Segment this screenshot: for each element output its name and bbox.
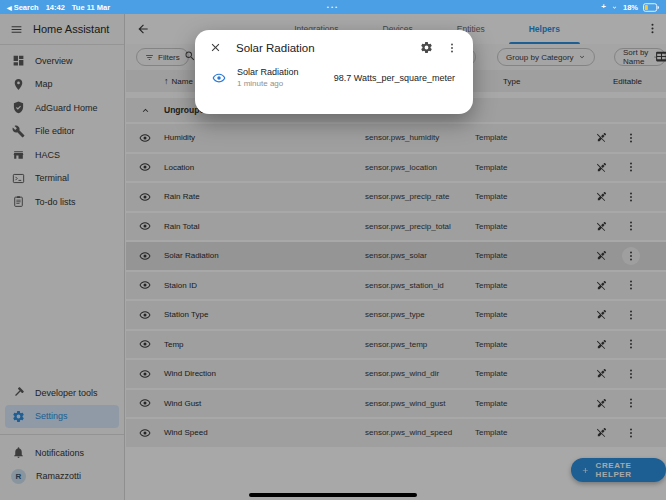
dialog-entity-name: Solar Radiation — [237, 67, 299, 77]
dialog-last-changed: 1 minute ago — [237, 79, 299, 88]
status-dots: ••• — [0, 4, 666, 10]
dialog-entity-state: 98.7 Watts_per_square_meter — [334, 73, 455, 83]
dialog-entity-row[interactable]: Solar Radiation 1 minute ago 98.7 Watts_… — [195, 54, 473, 88]
gear-icon[interactable] — [420, 41, 433, 54]
screen: ◀ Search 14:42 Tue 11 Mar ••• + 18% Home… — [0, 0, 666, 500]
dialog-title: Solar Radiation — [236, 42, 315, 54]
home-indicator[interactable] — [249, 493, 417, 497]
status-bar: ◀ Search 14:42 Tue 11 Mar ••• + 18% — [0, 0, 666, 14]
entity-dialog: Solar Radiation Solar Radiation 1 minute… — [195, 30, 473, 114]
dots-vertical-icon[interactable] — [446, 42, 458, 54]
eye-icon — [212, 71, 226, 85]
close-icon[interactable] — [209, 41, 222, 54]
